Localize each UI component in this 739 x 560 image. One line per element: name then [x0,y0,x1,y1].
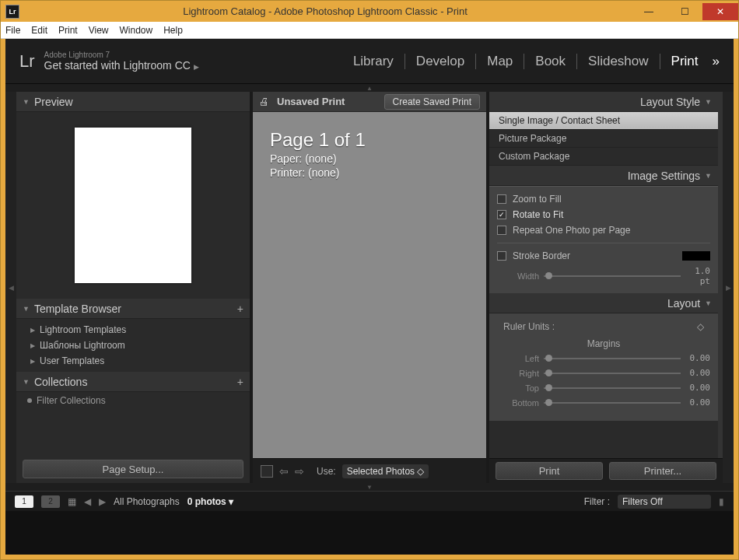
nav-forward-icon[interactable]: ▶ [99,496,106,507]
filmstrip[interactable] [5,511,734,555]
template-folder[interactable]: ▶Шаблоны Lightroom [16,338,250,353]
menu-view[interactable]: View [89,25,109,36]
zoom-to-fill-checkbox[interactable] [497,194,506,204]
template-tree: ▶Lightroom Templates ▶Шаблоны Lightroom … [16,319,250,372]
photo-count[interactable]: 0 photos ▾ [187,496,233,507]
stroke-color-swatch[interactable] [682,251,710,261]
use-dropdown[interactable]: Selected Photos ◇ [342,464,429,478]
view-mode-1[interactable]: 1 [15,495,33,508]
ruler-units-dropdown[interactable]: Ruler Units :◇ [497,318,710,335]
close-button[interactable]: ✕ [702,3,738,20]
left-rail-collapse[interactable]: ◀ [5,92,16,483]
filter-dropdown[interactable]: Filters Off [618,495,711,509]
stroke-width-slider[interactable] [544,275,681,277]
identity-subtitle: Adobe Lightroom 7 [44,51,199,59]
paper-preview [75,128,191,283]
stroke-border-checkbox[interactable] [497,251,506,261]
view-mode-2[interactable]: 2 [41,495,60,508]
print-collection-bar: 🖨 Unsaved Print Create Saved Print [253,92,486,112]
margin-bottom-value: 0.00 [685,397,710,408]
menu-window[interactable]: Window [120,25,153,36]
stroke-border-label: Stroke Border [513,250,570,261]
stroke-width-label: Width [497,271,539,281]
margin-top-slider[interactable] [544,387,681,389]
chevron-down-icon: ▼ [366,484,373,491]
margin-bottom-slider[interactable] [544,402,681,404]
print-icon: 🖨 [259,96,269,107]
image-settings-header[interactable]: Image Settings▼ [489,166,718,186]
menu-edit[interactable]: Edit [31,25,47,36]
identity-plate: Lr Adobe Lightroom 7 Get started with Li… [5,39,734,84]
module-book[interactable]: Book [524,54,576,69]
select-all-checkbox[interactable] [261,465,273,478]
module-develop[interactable]: Develop [405,54,475,69]
right-panel: Layout Style▼ Single Image / Contact She… [489,92,723,483]
next-page-button[interactable]: ⇨ [295,465,304,478]
module-overflow-icon[interactable]: » [713,54,720,69]
layout-style-custom-package[interactable]: Custom Package [489,148,718,166]
right-rail-collapse[interactable]: ▶ [723,92,734,483]
filter-collections-input[interactable]: Filter Collections [16,392,250,409]
template-browser-header[interactable]: ▼Template Browser+ [16,299,250,319]
filter-lock-icon[interactable]: ▮ [719,496,724,507]
chevron-right-icon: ▶ [30,327,35,334]
module-library[interactable]: Library [342,54,405,69]
chevron-down-icon: ▼ [705,299,712,307]
maximize-button[interactable]: ☐ [667,3,702,20]
paper-info: Paper: (none) [270,152,469,165]
layout-style-picture-package[interactable]: Picture Package [489,130,718,148]
add-collection-button[interactable]: + [237,376,243,388]
chevron-down-icon: ▼ [23,98,30,106]
chevron-right-icon: ▶ [30,358,35,365]
layout-header[interactable]: Layout▼ [489,293,718,313]
filmstrip-source[interactable]: All Photographs [114,496,180,507]
preview-panel-header[interactable]: ▼Preview [16,92,250,112]
module-print[interactable]: Print [660,54,709,69]
margin-left-label: Left [497,354,539,363]
page-setup-button[interactable]: Page Setup... [23,460,243,478]
margin-top-label: Top [497,383,539,393]
left-panel: ▼Preview ▼Template Browser+ ▶Lightroom T… [16,92,250,483]
filmstrip-toolbar: 1 2 ▦ ◀ ▶ All Photographs 0 photos ▾ Fil… [5,491,734,511]
app-icon: Lr [5,5,19,19]
chevron-right-icon: ▶ [194,63,199,71]
lightroom-logo: Lr [19,51,35,72]
window-title: Lightroom Catalog - Adobe Photoshop Ligh… [19,5,631,17]
filmstrip-splitter[interactable]: ▼ [5,483,734,491]
print-canvas[interactable]: Page 1 of 1 Paper: (none) Printer: (none… [253,112,486,458]
module-slideshow[interactable]: Slideshow [576,54,660,69]
identity-title[interactable]: Get started with Lightroom CC▶ [44,59,199,72]
prev-page-button[interactable]: ⇦ [279,465,289,478]
template-folder[interactable]: ▶Lightroom Templates [16,322,250,338]
margin-left-slider[interactable] [544,358,681,359]
print-button[interactable]: Print [496,462,603,480]
nav-back-icon[interactable]: ◀ [84,496,91,507]
grid-icon[interactable]: ▦ [68,496,76,507]
printer-button[interactable]: Printer... [609,462,716,480]
layout-style-single-contact[interactable]: Single Image / Contact Sheet [489,112,718,130]
menu-bar: File Edit Print View Window Help [1,22,738,39]
page-indicator: Page 1 of 1 [270,129,469,151]
template-folder[interactable]: ▶User Templates [16,353,250,369]
module-map[interactable]: Map [475,54,524,69]
rotate-to-fit-checkbox[interactable]: ✓ [497,210,506,219]
margin-right-slider[interactable] [544,373,681,374]
margin-top-value: 0.00 [685,383,710,393]
add-template-button[interactable]: + [237,303,243,315]
collections-header[interactable]: ▼Collections+ [16,372,250,392]
zoom-to-fill-label: Zoom to Fill [513,194,562,205]
menu-print[interactable]: Print [58,25,78,36]
chevron-right-icon: ▶ [30,342,35,349]
repeat-photo-checkbox[interactable] [497,226,506,235]
margin-right-label: Right [497,369,539,378]
printer-info: Printer: (none) [270,166,469,179]
minimize-button[interactable]: — [631,3,667,20]
filter-icon [27,398,32,403]
margin-bottom-label: Bottom [497,398,539,408]
chevron-up-icon: ▲ [366,85,373,92]
menu-file[interactable]: File [5,25,20,36]
layout-style-header[interactable]: Layout Style▼ [489,92,718,112]
top-panel-splitter[interactable]: ▲ [5,84,734,92]
menu-help[interactable]: Help [163,25,183,36]
create-saved-print-button[interactable]: Create Saved Print [384,94,480,110]
